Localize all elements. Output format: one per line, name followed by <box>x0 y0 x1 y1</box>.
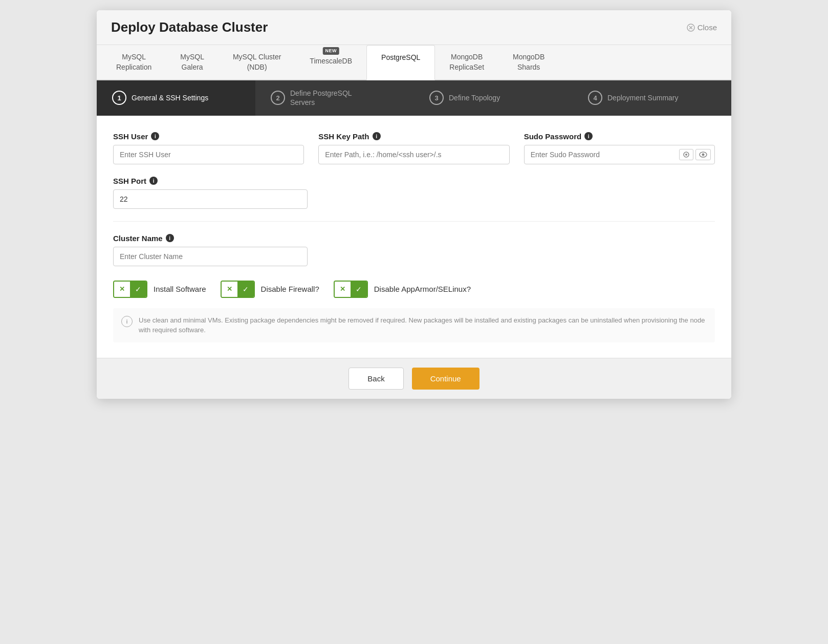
ssh-user-group: SSH User i <box>113 132 304 164</box>
ssh-key-path-input[interactable] <box>318 145 509 164</box>
tab-mongodb-replicaset[interactable]: MongoDBReplicaSet <box>435 45 498 80</box>
close-button[interactable]: Close <box>687 23 717 32</box>
ssh-port-info-icon: i <box>149 177 158 185</box>
wizard-step-1: 1 General & SSH Settings <box>97 80 255 115</box>
modal-title: Deploy Database Cluster <box>111 19 268 35</box>
tab-timescaledb[interactable]: NEW TimescaleDB <box>295 45 366 80</box>
disable-apparmor-toggle: ✕ ✓ <box>334 281 368 298</box>
modal-header: Deploy Database Cluster Close <box>97 10 731 45</box>
step-circle-2: 2 <box>271 91 285 105</box>
step-label-4: Deployment Summary <box>607 93 679 102</box>
sudo-password-group: Sudo Password i <box>524 132 715 164</box>
disable-apparmor-check-button[interactable]: ✓ <box>351 282 367 297</box>
ssh-port-label: SSH Port i <box>113 177 308 185</box>
install-software-toggle-group: ✕ ✓ Install Software <box>113 281 206 298</box>
wizard-steps: 1 General & SSH Settings 2 Define Postgr… <box>97 80 731 115</box>
ssh-key-path-info-icon: i <box>373 132 381 140</box>
wizard-step-4: 4 Deployment Summary <box>573 80 731 115</box>
password-icons <box>679 149 711 160</box>
password-toggle-visibility-icon[interactable] <box>695 149 711 160</box>
ssh-user-info-icon: i <box>151 132 159 140</box>
close-icon <box>687 24 695 32</box>
tab-mysql-replication[interactable]: MySQLReplication <box>102 45 166 80</box>
db-type-tabs: MySQLReplication MySQLGalera MySQL Clust… <box>97 45 731 80</box>
tab-mysql-cluster-ndb[interactable]: MySQL Cluster(NDB) <box>219 45 295 80</box>
password-generate-icon[interactable] <box>679 149 693 160</box>
wizard-step-3: 3 Define Topology <box>414 80 573 115</box>
disable-firewall-toggle: ✕ ✓ <box>221 281 255 298</box>
info-note-text: Use clean and minimal VMs. Existing pack… <box>139 315 707 335</box>
disable-apparmor-toggle-group: ✕ ✓ Disable AppArmor/SELinux? <box>334 281 471 298</box>
info-note-icon: i <box>121 316 133 327</box>
ssh-key-path-label: SSH Key Path i <box>318 132 509 141</box>
install-software-toggle: ✕ ✓ <box>113 281 147 298</box>
svg-point-6 <box>702 153 704 156</box>
tab-mysql-galera[interactable]: MySQLGalera <box>166 45 219 80</box>
sudo-password-info-icon: i <box>584 132 593 140</box>
cluster-name-row: Cluster Name i <box>113 234 308 266</box>
svg-point-4 <box>685 154 687 156</box>
ssh-port-group: SSH Port i <box>113 177 308 209</box>
sudo-password-wrapper <box>524 145 715 164</box>
ssh-fields-row: SSH User i SSH Key Path i Sudo Password … <box>113 132 715 164</box>
step-label-3: Define Topology <box>449 93 500 102</box>
deploy-database-cluster-modal: Deploy Database Cluster Close MySQLRepli… <box>97 10 731 399</box>
info-note: i Use clean and minimal VMs. Existing pa… <box>113 308 715 342</box>
continue-button[interactable]: Continue <box>412 368 480 390</box>
cluster-name-input[interactable] <box>113 247 308 266</box>
disable-firewall-check-button[interactable]: ✓ <box>237 282 254 297</box>
section-divider <box>113 221 715 222</box>
tab-mongodb-shards[interactable]: MongoDBShards <box>498 45 559 80</box>
step-label-2: Define PostgreSQLServers <box>290 89 352 107</box>
new-badge: NEW <box>322 47 339 55</box>
ssh-key-path-group: SSH Key Path i <box>318 132 509 164</box>
main-content: SSH User i SSH Key Path i Sudo Password … <box>97 116 731 358</box>
install-software-uncheck-button[interactable]: ✕ <box>114 282 130 297</box>
cluster-name-info-icon: i <box>166 234 174 242</box>
cluster-name-label: Cluster Name i <box>113 234 308 243</box>
back-button[interactable]: Back <box>348 368 403 390</box>
ssh-user-label: SSH User i <box>113 132 304 141</box>
wizard-step-2: 2 Define PostgreSQLServers <box>255 80 414 115</box>
step-circle-1: 1 <box>112 91 126 105</box>
sudo-password-label: Sudo Password i <box>524 132 715 141</box>
install-software-label: Install Software <box>154 285 206 293</box>
toggle-options-row: ✕ ✓ Install Software ✕ ✓ Disable Firewal… <box>113 281 715 298</box>
ssh-port-row: SSH Port i <box>113 177 308 209</box>
install-software-check-button[interactable]: ✓ <box>130 282 146 297</box>
disable-apparmor-uncheck-button[interactable]: ✕ <box>335 282 351 297</box>
disable-firewall-label: Disable Firewall? <box>261 285 319 293</box>
tab-postgresql[interactable]: PostgreSQL <box>366 45 435 80</box>
ssh-port-input[interactable] <box>113 189 308 209</box>
ssh-user-input[interactable] <box>113 145 304 164</box>
modal-footer: Back Continue <box>97 358 731 399</box>
step-circle-3: 3 <box>429 91 444 105</box>
step-label-1: General & SSH Settings <box>132 93 208 102</box>
cluster-name-group: Cluster Name i <box>113 234 308 266</box>
step-circle-4: 4 <box>588 91 602 105</box>
disable-firewall-uncheck-button[interactable]: ✕ <box>222 282 237 297</box>
disable-firewall-toggle-group: ✕ ✓ Disable Firewall? <box>221 281 319 298</box>
disable-apparmor-label: Disable AppArmor/SELinux? <box>374 285 471 293</box>
